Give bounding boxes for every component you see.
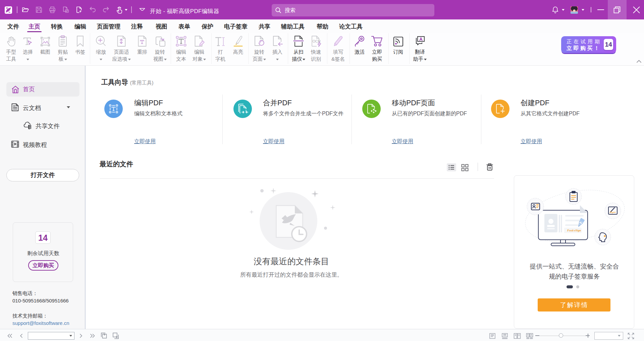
- svg-text:Foxit eSign: Foxit eSign: [567, 229, 581, 232]
